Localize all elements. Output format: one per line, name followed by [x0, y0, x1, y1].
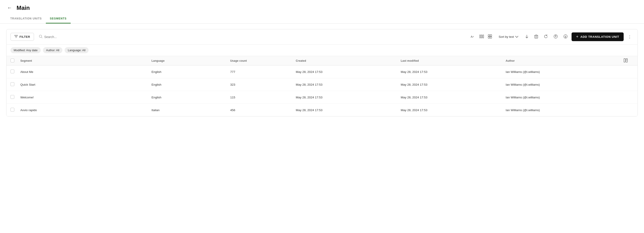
th-last-modified: Last modified — [401, 59, 506, 62]
search-icon — [39, 35, 42, 39]
row-select — [10, 95, 20, 100]
chevron-down-icon — [515, 35, 518, 38]
columns-button[interactable] — [478, 33, 486, 40]
sort-label: Sort by text — [499, 35, 514, 38]
svg-rect-9 — [483, 35, 484, 38]
row-checkbox-1[interactable] — [10, 82, 14, 86]
font-size-button[interactable]: A a — [469, 33, 477, 40]
th-author: Author — [506, 59, 624, 62]
toolbar-icon-group: A a — [469, 33, 494, 41]
row-select — [10, 108, 20, 112]
svg-rect-8 — [481, 35, 482, 38]
row-usage-count-3: 456 — [230, 108, 296, 112]
more-options-button[interactable]: ⋮ — [626, 33, 634, 41]
th-created: Created — [296, 59, 401, 62]
upload-button[interactable] — [552, 33, 560, 41]
upload-icon — [554, 34, 558, 39]
filter-icon — [14, 35, 18, 39]
row-segment-3: Avvio rapido — [20, 108, 152, 112]
back-button[interactable]: ← — [6, 4, 13, 12]
modified-filter-chip[interactable]: Modified: Any date — [10, 47, 41, 53]
refresh-button[interactable] — [542, 33, 550, 41]
th-language: Language — [152, 59, 230, 62]
svg-rect-13 — [490, 37, 492, 38]
row-author-1: Ian Williams (@i.williams) — [506, 83, 624, 86]
row-segment-1: Quick Start — [20, 83, 152, 86]
row-last-modified-1: May 28, 2024 17:53 — [401, 83, 506, 86]
svg-text:A: A — [470, 35, 473, 38]
content-card: FILTER A — [6, 29, 638, 116]
row-author-2: Ian Williams (@i.williams) — [506, 96, 624, 99]
columns-settings-icon[interactable] — [624, 60, 628, 63]
more-vertical-icon: ⋮ — [628, 34, 632, 39]
row-last-modified-2: May 28, 2024 17:53 — [401, 96, 506, 99]
page-container: ← Main TRANSLATION UNITS SEGMENTS — [0, 0, 644, 233]
row-checkbox-3[interactable] — [10, 108, 14, 112]
row-segment-0: About Me — [20, 70, 152, 74]
grid-button[interactable] — [486, 33, 494, 41]
row-select — [10, 82, 20, 87]
table-row: Quick Start English 323 May 28, 2024 17:… — [6, 78, 638, 91]
refresh-icon — [544, 34, 548, 39]
th-select — [10, 58, 20, 63]
filter-button[interactable]: FILTER — [10, 33, 34, 41]
filter-label: FILTER — [20, 35, 30, 38]
svg-rect-24 — [624, 58, 625, 62]
row-language-1: English — [152, 83, 230, 86]
add-label: ADD TRANSLATION UNIT — [580, 35, 619, 38]
sort-button[interactable]: Sort by text — [496, 34, 521, 40]
row-checkbox-0[interactable] — [10, 70, 14, 73]
svg-rect-25 — [626, 58, 628, 62]
row-created-2: May 28, 2024 17:53 — [296, 96, 401, 99]
search-wrap — [36, 33, 466, 40]
toolbar: FILTER A — [6, 29, 638, 44]
header: ← Main — [0, 0, 644, 12]
svg-rect-7 — [480, 35, 480, 38]
svg-rect-12 — [488, 37, 490, 38]
tab-segments[interactable]: SEGMENTS — [46, 15, 71, 24]
th-segment: Segment — [20, 59, 152, 62]
download-icon — [564, 34, 568, 39]
row-last-modified-0: May 28, 2024 17:53 — [401, 70, 506, 74]
delete-button[interactable] — [533, 33, 540, 41]
back-icon: ← — [7, 5, 12, 11]
row-checkbox-2[interactable] — [10, 95, 14, 99]
row-usage-count-2: 115 — [230, 96, 296, 99]
row-created-1: May 28, 2024 17:53 — [296, 83, 401, 86]
table-body: About Me English 777 May 28, 2024 17:53 … — [6, 66, 638, 116]
language-filter-chip[interactable]: Language: All — [64, 47, 88, 53]
sort-arrow-down-icon — [525, 34, 528, 39]
select-all-checkbox[interactable] — [10, 58, 14, 62]
search-input[interactable] — [44, 35, 464, 39]
th-usage-count: Usage count — [230, 59, 296, 62]
row-language-3: Italian — [152, 108, 230, 112]
author-filter-chip[interactable]: Author: All — [43, 47, 62, 53]
svg-text:a: a — [473, 35, 474, 38]
row-author-3: Ian Williams (@i.williams) — [506, 108, 624, 112]
row-select — [10, 70, 20, 74]
tab-translation-units[interactable]: TRANSLATION UNITS — [6, 15, 46, 24]
svg-line-4 — [41, 37, 42, 38]
sort-direction-button[interactable] — [523, 33, 530, 41]
row-author-0: Ian Williams (@i.williams) — [506, 70, 624, 74]
page-title: Main — [16, 4, 30, 12]
grid-icon — [488, 34, 492, 39]
add-translation-unit-button[interactable]: + ADD TRANSLATION UNIT — [572, 32, 624, 41]
row-usage-count-1: 323 — [230, 83, 296, 86]
row-last-modified-3: May 28, 2024 17:53 — [401, 108, 506, 112]
svg-rect-11 — [490, 35, 492, 36]
table-row: Welcome! English 115 May 28, 2024 17:53 … — [6, 91, 638, 104]
plus-icon: + — [576, 34, 578, 39]
trash-icon — [534, 34, 538, 39]
tabs-container: TRANSLATION UNITS SEGMENTS — [0, 15, 644, 24]
table-row: About Me English 777 May 28, 2024 17:53 … — [6, 66, 638, 78]
download-button[interactable] — [562, 33, 569, 41]
main-content: FILTER A — [0, 24, 644, 122]
row-created-3: May 28, 2024 17:53 — [296, 108, 401, 112]
table-row: Avvio rapido Italian 456 May 28, 2024 17… — [6, 104, 638, 116]
th-actions — [624, 58, 634, 63]
filters-row: Modified: Any date Author: All Language:… — [6, 44, 638, 56]
row-segment-2: Welcome! — [20, 96, 152, 99]
table-header: Segment Language Usage count Created Las… — [6, 56, 638, 66]
row-language-2: English — [152, 96, 230, 99]
